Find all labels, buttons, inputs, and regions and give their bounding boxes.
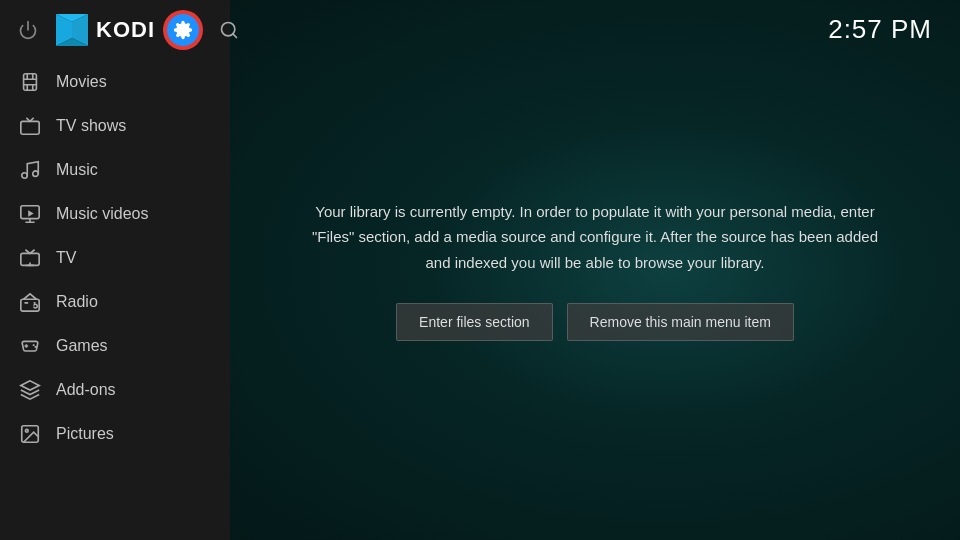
tv-shows-icon [18,114,42,138]
sidebar-item-music-videos[interactable]: Music videos [0,192,230,236]
sidebar-item-music-label: Music [56,161,98,179]
sidebar-item-tv-shows-label: TV shows [56,117,126,135]
sidebar-item-pictures-label: Pictures [56,425,114,443]
sidebar-top: KODI [0,0,230,60]
radio-icon [18,290,42,314]
music-icon [18,158,42,182]
main-content: 2:57 PM Your library is currently empty.… [230,0,960,540]
addons-icon [18,378,42,402]
sidebar-item-addons-label: Add-ons [56,381,116,399]
sidebar-item-tv-label: TV [56,249,76,267]
settings-button[interactable] [165,12,201,48]
nav-list: Movies TV shows Music [0,60,230,540]
center-message: Your library is currently empty. In orde… [230,0,960,540]
kodi-logo: KODI [56,14,155,46]
svg-point-8 [22,173,28,179]
time-display: 2:57 PM [828,14,932,45]
games-icon [18,334,42,358]
sidebar-item-games[interactable]: Games [0,324,230,368]
sidebar-item-music-videos-label: Music videos [56,205,148,223]
sidebar-item-games-label: Games [56,337,108,355]
svg-line-6 [233,34,237,38]
sidebar-item-music[interactable]: Music [0,148,230,192]
sidebar-item-radio[interactable]: Radio [0,280,230,324]
sidebar-item-movies[interactable]: Movies [0,60,230,104]
search-icon [219,20,239,40]
movies-icon [18,70,42,94]
sidebar-item-radio-label: Radio [56,293,98,311]
gear-icon [173,20,193,40]
sidebar-item-pictures[interactable]: Pictures [0,412,230,456]
sidebar-item-tv-shows[interactable]: TV shows [0,104,230,148]
sidebar-item-addons[interactable]: Add-ons [0,368,230,412]
search-button[interactable] [211,12,247,48]
svg-point-9 [33,171,39,177]
library-empty-message: Your library is currently empty. In orde… [310,199,880,276]
app-title: KODI [96,17,155,43]
sidebar-item-tv[interactable]: TV [0,236,230,280]
tv-icon [18,246,42,270]
enter-files-button[interactable]: Enter files section [396,303,553,341]
action-buttons: Enter files section Remove this main men… [396,303,794,341]
remove-menu-item-button[interactable]: Remove this main menu item [567,303,794,341]
sidebar: KODI Movies [0,0,230,540]
sidebar-item-movies-label: Movies [56,73,107,91]
svg-rect-7 [21,121,39,134]
svg-point-14 [25,429,28,432]
pictures-icon [18,422,42,446]
music-videos-icon [18,202,42,226]
kodi-brand-icon [56,14,88,46]
power-button[interactable] [10,12,46,48]
